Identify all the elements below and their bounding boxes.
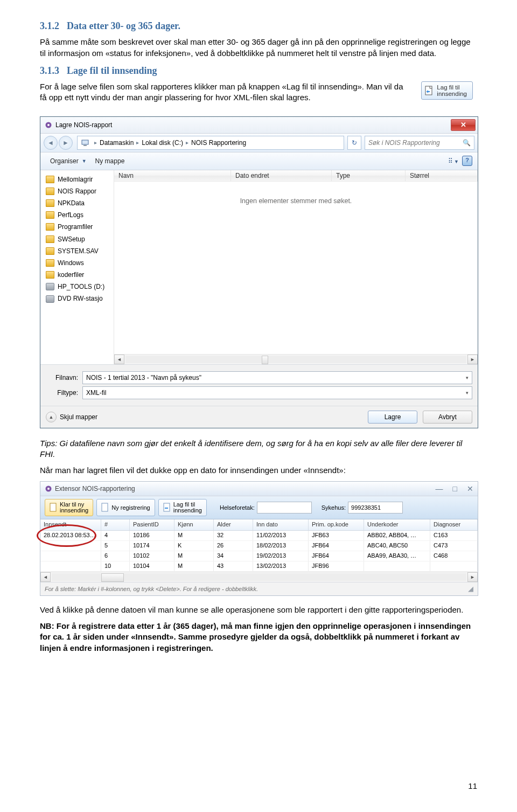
refresh-button[interactable]: ↻ [347, 136, 361, 150]
dialog-title: Lagre NOIS-rapport [55, 121, 112, 129]
paragraph-313: For å lage selve filen som skal rapporte… [40, 81, 477, 103]
col-pasientid[interactable]: PasientID [130, 519, 174, 530]
table-cell: ABC40, ABC50 [364, 541, 430, 551]
col-innsendt[interactable]: Innsendt [40, 519, 101, 530]
new-registration-button[interactable]: Ny registrering [96, 499, 155, 516]
table-cell [430, 561, 478, 571]
col-alder[interactable]: Alder [214, 519, 253, 530]
side-item: Mellomlagrir [40, 173, 114, 185]
table-cell: 4 [101, 531, 130, 540]
table-cell: 10 [101, 561, 130, 571]
cancel-button[interactable]: Avbryt [423, 411, 472, 424]
col-inndato[interactable]: Inn dato [253, 519, 309, 530]
table-cell: C163 [430, 531, 478, 540]
table-cell: 11/02/2013 [253, 531, 309, 540]
col-kjonn[interactable]: Kjønn [174, 519, 214, 530]
create-file-button-label: Lag fil til innsending [437, 84, 467, 97]
view-mode-button[interactable]: ⠿ ▼ [448, 157, 459, 165]
svg-point-6 [47, 488, 50, 490]
side-item: Programfiler [40, 221, 114, 233]
helseforetak-input[interactable] [257, 502, 312, 513]
h-scrollbar[interactable]: ◄► [114, 354, 478, 364]
app-icon [45, 121, 52, 129]
table-cell [364, 561, 430, 571]
nav-forward-button[interactable]: ► [59, 136, 73, 150]
minimize-button[interactable]: — [436, 484, 443, 494]
heading-312: 3.1.2Data etter 30- og 365 dager. [40, 19, 477, 32]
table-cell: 34 [214, 551, 253, 561]
h-scrollbar[interactable]: ◄► [40, 572, 478, 582]
create-file-button[interactable]: Lag fil til innsending [421, 81, 473, 100]
col-date[interactable]: Dato endret [231, 170, 332, 181]
close-icon: ✕ [460, 121, 466, 128]
search-input[interactable]: Søk i NOIS Rapportering🔍 [365, 136, 474, 150]
document-icon [50, 503, 57, 512]
paragraph-click-date: Ved å klikke på denne datoen vil man kun… [40, 605, 477, 615]
col-primop[interactable]: Prim. op.kode [309, 519, 364, 530]
save-button[interactable]: Lagre [368, 411, 417, 424]
svg-rect-7 [50, 503, 56, 511]
side-item: SWSetup [40, 233, 114, 245]
table-cell: 6 [101, 551, 130, 561]
col-underkoder[interactable]: Underkoder [364, 519, 430, 530]
side-item: Windows [40, 257, 114, 269]
side-item: PerfLogs [40, 209, 114, 221]
new-folder-button[interactable]: Ny mappe [91, 155, 129, 168]
maximize-button[interactable]: □ [453, 484, 457, 494]
table-cell: 28.02.2013 08:53… [40, 531, 101, 540]
document-icon [101, 503, 109, 512]
table-cell: JFB64 [309, 551, 364, 561]
table-cell: JFB96 [309, 561, 364, 571]
create-file-button[interactable]: Lag fil til innsending [158, 499, 207, 516]
tips: Tips: Gi datafilene navn som gjør det en… [40, 438, 477, 460]
table-row[interactable]: 510174K2618/02/2013JFB64ABC40, ABC50C473 [40, 541, 478, 551]
nav-back-button[interactable]: ◄ [44, 136, 58, 150]
table-row[interactable]: 28.02.2013 08:53…410186M3211/02/2013JFB6… [40, 531, 478, 541]
crumb-0[interactable]: Datamaskin [100, 138, 134, 147]
table-row[interactable]: 1010104M4313/02/2013JFB96 [40, 561, 478, 572]
col-size[interactable]: Størrel [406, 170, 478, 181]
close-button[interactable]: ✕ [451, 119, 476, 131]
svg-rect-8 [102, 503, 108, 511]
col-num[interactable]: # [101, 519, 130, 530]
sykehus-input[interactable]: 999238351 [348, 502, 403, 513]
col-name[interactable]: Navn [114, 170, 231, 181]
table-cell: 10104 [130, 561, 174, 571]
paragraph-nb: NB: For å registrere data etter 1 år (36… [40, 621, 477, 654]
table-cell: JFB63 [309, 531, 364, 540]
table-cell: 13/02/2013 [253, 561, 309, 571]
col-diagnoser[interactable]: Diagnoser [430, 519, 478, 530]
hide-folders-button[interactable]: ▲Skjul mapper [46, 412, 97, 422]
heading-313: 3.1.3Lage fil til innsending [40, 64, 477, 77]
table-cell: 32 [214, 531, 253, 540]
table-cell: 26 [214, 541, 253, 551]
filename-input[interactable]: NOIS - 1 tertial 2013 - "Navn på sykeus"… [82, 371, 472, 384]
side-item: NPKData [40, 197, 114, 209]
table-cell: M [174, 531, 214, 540]
address-bar: ◄ ► ▸Datamaskin ▸Lokal disk (C:) ▸NOIS R… [40, 134, 478, 152]
sykehus-label: Sykehus: [322, 504, 346, 512]
folder-tree[interactable]: Mellomlagrir NOIS Rappor NPKData PerfLog… [40, 170, 114, 364]
crumb-2[interactable]: NOIS Rapportering [191, 138, 246, 147]
table-cell: 10174 [130, 541, 174, 551]
side-item: koderfiler [40, 269, 114, 281]
svg-point-2 [47, 124, 50, 126]
table-row[interactable]: 610102M3419/02/2013JFB64ABA99, ABA30, …C… [40, 551, 478, 561]
file-arrow-icon [163, 503, 171, 512]
page-number: 11 [468, 781, 477, 792]
help-button[interactable]: ? [462, 156, 472, 166]
table-cell [40, 541, 101, 551]
breadcrumb[interactable]: ▸Datamaskin ▸Lokal disk (C:) ▸NOIS Rappo… [77, 136, 344, 150]
chevron-down-icon: ▾ [466, 390, 469, 396]
col-type[interactable]: Type [332, 170, 406, 181]
table-cell: 19/02/2013 [253, 551, 309, 561]
crumb-1[interactable]: Lokal disk (C:) [142, 138, 183, 147]
filetype-input[interactable]: XML-fil▾ [82, 386, 472, 399]
file-arrow-icon [425, 86, 433, 95]
app-icon [45, 485, 52, 492]
table-cell: M [174, 551, 214, 561]
close-button[interactable]: ✕ [467, 484, 473, 494]
table-cell: C468 [430, 551, 478, 561]
ready-new-submit-button[interactable]: Klar til ny innsending [45, 499, 93, 516]
organize-button[interactable]: Organiser▼ [46, 155, 91, 168]
